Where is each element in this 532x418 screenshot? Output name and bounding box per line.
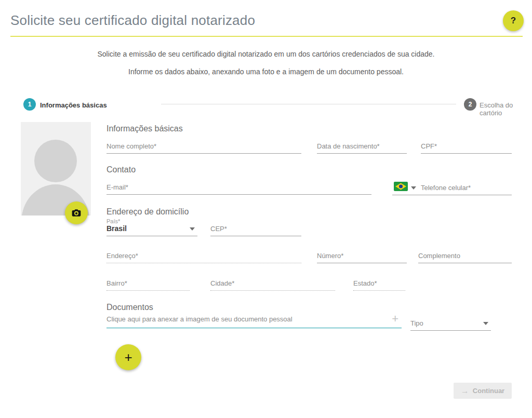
data-nascimento-placeholder: Data de nascimento*	[317, 142, 380, 150]
section-basic-heading: Informações básicas	[107, 124, 183, 133]
section-contato-heading: Contato	[107, 165, 136, 174]
nome-completo-field[interactable]: Nome completo*	[107, 140, 301, 154]
email-placeholder: E-mail*	[107, 183, 128, 191]
complemento-placeholder: Complemento	[418, 252, 460, 260]
pais-caret-down-icon	[190, 227, 195, 231]
plus-icon: +	[124, 349, 132, 365]
cep-field[interactable]: CEP*	[210, 223, 301, 236]
step-1-number: 1	[28, 101, 32, 108]
cidade-placeholder: Cidade*	[210, 279, 234, 287]
take-photo-button[interactable]	[65, 201, 88, 224]
attach-placeholder: Clique aqui para anexar a imagem de seu …	[107, 315, 292, 323]
numero-placeholder: Número*	[317, 252, 343, 260]
telefone-placeholder: Telefone celular*	[421, 184, 471, 192]
brazil-flag-icon	[394, 182, 408, 191]
section-endereco-heading: Endereço de domicílio	[107, 207, 189, 217]
complemento-field[interactable]: Complemento	[418, 250, 512, 263]
section-documentos-heading: Documentos	[107, 303, 153, 312]
continue-button[interactable]: → Continuar	[454, 383, 512, 399]
tipo-placeholder: Tipo	[410, 319, 423, 327]
endereco-placeholder: Endereço*	[107, 252, 138, 260]
arrow-right-icon: →	[461, 387, 469, 395]
title-divider	[10, 36, 523, 37]
email-field[interactable]: E-mail*	[107, 181, 371, 195]
data-nascimento-field[interactable]: Data de nascimento*	[317, 140, 407, 154]
endereco-field: Endereço*	[107, 250, 301, 263]
photo-placeholder[interactable]	[21, 122, 91, 215]
tipo-caret-down-icon	[483, 322, 488, 325]
continue-label: Continuar	[473, 387, 504, 395]
telefone-field[interactable]: Telefone celular*	[392, 181, 512, 195]
nome-completo-placeholder: Nome completo*	[107, 142, 156, 150]
attach-document-field[interactable]: Clique aqui para anexar a imagem de seu …	[107, 312, 402, 329]
bairro-field: Bairro*	[107, 277, 190, 291]
step-2-label: Escolha do cartório	[480, 101, 532, 117]
cep-placeholder: CEP*	[210, 225, 227, 233]
camera-icon	[71, 208, 82, 218]
page-title: Solicite seu certificado digital notariz…	[10, 12, 255, 29]
step-2-badge[interactable]: 2	[464, 98, 476, 111]
bairro-placeholder: Bairro*	[107, 279, 127, 287]
step-2-number: 2	[469, 101, 472, 108]
cpf-field[interactable]: CPF*	[421, 140, 512, 154]
country-flag-dropdown[interactable]	[394, 182, 408, 191]
estado-placeholder: Estado*	[353, 279, 377, 287]
intro-line-2: Informe os dados abaixo, anexando uma fo…	[0, 68, 532, 76]
person-silhouette-icon	[21, 122, 91, 215]
stepper-connector	[161, 104, 456, 104]
intro-line-1: Solicite a emissão de seu certificado di…	[0, 50, 532, 58]
tipo-select[interactable]: Tipo	[410, 317, 491, 331]
pais-selected-value: Brasil	[107, 224, 127, 233]
step-1-badge[interactable]: 1	[23, 98, 36, 111]
attach-plus-icon: +	[392, 314, 398, 324]
add-document-button[interactable]: +	[115, 344, 141, 370]
pais-select[interactable]: Brasil	[107, 223, 197, 236]
numero-field[interactable]: Número*	[317, 250, 407, 263]
flag-caret-down-icon	[411, 186, 416, 190]
cidade-field: Cidade*	[210, 277, 335, 291]
help-button[interactable]: ?	[503, 10, 524, 31]
step-1-label: Informações básicas	[40, 101, 107, 109]
estado-field: Estado*	[353, 277, 405, 291]
question-mark-icon: ?	[511, 16, 516, 25]
request-certificate-page: Solicite seu certificado digital notariz…	[0, 0, 532, 418]
cpf-placeholder: CPF*	[421, 142, 437, 150]
